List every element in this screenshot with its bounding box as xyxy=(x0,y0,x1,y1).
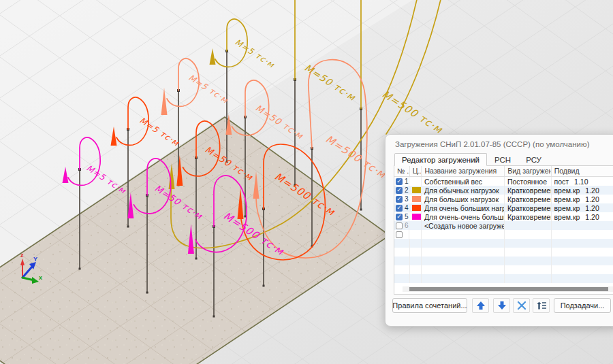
empty-cell xyxy=(422,239,505,248)
combination-rules-button[interactable]: Правила сочетаний... xyxy=(392,298,467,313)
load-color-cell xyxy=(409,195,422,203)
column-header[interactable]: № ... xyxy=(394,166,410,176)
load-subkind-cell: врем.кр1.20 xyxy=(552,212,613,221)
row-checkbox[interactable]: ✓ xyxy=(396,214,403,220)
row-select-cell: ✓4. xyxy=(394,203,409,212)
load-subkind-cell: врем.кр1.20 xyxy=(552,203,613,212)
load-color-swatch[interactable] xyxy=(412,187,421,193)
window-title: Загружения СНиП 2.01.07-85 (СССР) (по ум… xyxy=(395,140,589,148)
table-row[interactable] xyxy=(394,248,613,257)
axis-label: z xyxy=(20,252,24,259)
row-checkbox[interactable]: ✓ xyxy=(396,178,403,185)
table-row[interactable] xyxy=(394,230,613,239)
empty-cell xyxy=(505,248,551,257)
app-root: { "window": { "title": "Загружения СНиП … xyxy=(0,0,613,364)
axis-label: x xyxy=(39,274,42,281)
table-header: № ...Ц...Название загруженияВид загружен… xyxy=(394,166,613,177)
node-marker xyxy=(195,258,198,260)
empty-cell xyxy=(505,257,551,265)
window-footer: Правила сочетаний... Подзадачи... xyxy=(386,298,613,314)
column-header[interactable]: Подвид xyxy=(552,166,613,176)
load-name-cell: Для обычных нагрузок xyxy=(422,186,505,195)
node-marker xyxy=(245,216,247,218)
move-down-icon xyxy=(497,300,507,311)
move-up-button[interactable] xyxy=(472,298,489,313)
horizontal-scrollbar[interactable] xyxy=(403,286,613,292)
table-row[interactable] xyxy=(394,257,613,265)
load-subkind-cell xyxy=(552,221,613,230)
empty-cell xyxy=(552,248,613,257)
scrollbar-thumb[interactable] xyxy=(409,287,608,291)
load-name-cell: Для очень-очень больших нагрузок xyxy=(422,212,505,221)
tab-рсн[interactable]: РСН xyxy=(487,153,518,166)
column-header[interactable]: Ц... xyxy=(410,166,422,176)
row-number: 2. xyxy=(405,186,409,194)
row-select-cell: ✓5. xyxy=(394,212,409,221)
move-down-button[interactable] xyxy=(493,298,510,313)
empty-cell xyxy=(394,274,410,283)
load-kind-cell xyxy=(505,230,552,239)
row-checkbox[interactable] xyxy=(396,231,403,238)
empty-cell xyxy=(505,265,551,274)
load-color-cell xyxy=(409,221,422,230)
column-header[interactable]: Вид загружения xyxy=(505,166,551,176)
delete-icon xyxy=(516,300,527,311)
table-row[interactable]: 6<Создать новое загружение> xyxy=(394,221,613,230)
tab-рсу[interactable]: РСУ xyxy=(518,153,549,166)
row-select-cell: ✓3. xyxy=(394,195,409,203)
empty-cell xyxy=(394,239,410,248)
row-number: 1. xyxy=(405,178,409,185)
load-kind-cell: Постоянное xyxy=(505,177,552,186)
empty-cell xyxy=(410,274,422,283)
loads-window[interactable]: Загружения СНиП 2.01.07-85 (СССР) (по ум… xyxy=(385,134,613,327)
table-row[interactable]: ✓5.Для очень-очень больших нагрузокКратк… xyxy=(394,212,613,221)
empty-cell xyxy=(410,239,422,248)
node-marker xyxy=(263,285,265,287)
load-color-swatch[interactable] xyxy=(412,205,421,211)
row-select-cell xyxy=(394,230,409,239)
load-color-cell xyxy=(409,230,422,239)
node-marker xyxy=(360,209,362,211)
load-name-cell: Собственный вес xyxy=(422,177,505,186)
table-row[interactable]: ✓2.Для обычных нагрузокКратковременноевр… xyxy=(394,186,613,195)
empty-cell xyxy=(410,265,422,274)
load-kind-cell: Кратковременное xyxy=(505,212,552,221)
load-color-swatch[interactable] xyxy=(412,196,421,202)
column-header[interactable]: Название загружения xyxy=(422,166,505,176)
load-color-cell xyxy=(409,212,422,221)
delete-load-button[interactable] xyxy=(513,298,530,313)
row-select-cell: 6 xyxy=(394,221,409,230)
table-row[interactable] xyxy=(394,265,613,274)
table-body[interactable]: ✓1.Собственный весПостоянноепост1.10✓2.Д… xyxy=(394,177,613,283)
load-name-cell xyxy=(422,230,505,239)
row-number: 6 xyxy=(405,222,409,229)
row-checkbox[interactable] xyxy=(396,222,403,229)
empty-cell xyxy=(422,257,505,265)
load-name-cell: Для очень больших нагрузок xyxy=(422,203,505,212)
table-row[interactable]: ✓4.Для очень больших нагрузокКратковреме… xyxy=(394,203,613,212)
empty-cell xyxy=(394,248,410,257)
empty-cell xyxy=(410,248,422,257)
table-row[interactable] xyxy=(394,274,613,283)
load-name-cell: <Создать новое загружение> xyxy=(422,221,505,230)
row-checkbox[interactable]: ✓ xyxy=(396,196,403,203)
load-kind-cell: Кратковременное xyxy=(505,203,552,212)
row-checkbox[interactable]: ✓ xyxy=(396,187,403,194)
table-row[interactable]: ✓3.Для больших нагрузокКратковременноевр… xyxy=(394,195,613,203)
empty-cell xyxy=(552,239,613,248)
empty-cell xyxy=(505,239,551,248)
renumber-icon xyxy=(536,300,547,311)
renumber-button[interactable] xyxy=(533,298,550,313)
load-color-swatch[interactable] xyxy=(412,214,421,220)
subtasks-button[interactable]: Подзадачи... xyxy=(554,298,611,313)
loads-table[interactable]: № ...Ц...Название загруженияВид загружен… xyxy=(394,165,613,295)
tab-load-editor[interactable]: Редактор загружений xyxy=(394,153,487,166)
table-row[interactable] xyxy=(394,239,613,248)
row-checkbox[interactable]: ✓ xyxy=(396,205,403,212)
load-color-cell xyxy=(409,177,422,186)
empty-cell xyxy=(552,265,613,274)
load-subkind-cell: врем.кр1.20 xyxy=(552,195,613,203)
table-row[interactable]: ✓1.Собственный весПостоянноепост1.10 xyxy=(394,177,613,186)
node-marker xyxy=(79,268,81,270)
empty-cell xyxy=(394,257,410,265)
